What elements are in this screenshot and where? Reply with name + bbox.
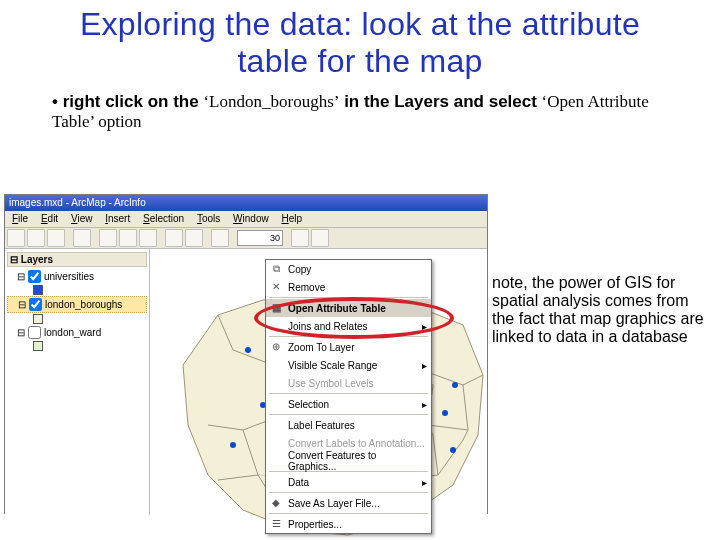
table-icon: ▦ xyxy=(269,301,283,315)
ctx-copy[interactable]: ⧉Copy xyxy=(266,260,431,278)
toc-header: ⊟ Layers xyxy=(7,252,147,267)
polygon-symbol-icon xyxy=(33,341,43,351)
toolbar: 30 xyxy=(5,228,487,249)
menu-file[interactable]: File xyxy=(7,211,33,227)
slide-title: Exploring the data: look at the attribut… xyxy=(50,6,670,80)
tool-cut-icon[interactable] xyxy=(99,229,117,247)
ctx-data[interactable]: Data▸ xyxy=(266,473,431,491)
bullet-text-2: in the Layers and select xyxy=(339,92,541,111)
svg-point-4 xyxy=(452,382,458,388)
scale-input[interactable]: 30 xyxy=(237,230,283,246)
layer-label: london_ward xyxy=(44,327,101,338)
tool-print-icon[interactable] xyxy=(73,229,91,247)
layer-boroughs-checkbox[interactable] xyxy=(29,298,42,311)
properties-icon: ☰ xyxy=(269,517,283,531)
ctx-visible-scale-range[interactable]: Visible Scale Range▸ xyxy=(266,356,431,374)
tool-undo-icon[interactable] xyxy=(165,229,183,247)
polygon-symbol-icon xyxy=(33,314,43,324)
zoom-icon: ⊕ xyxy=(269,340,283,354)
layer-label: universities xyxy=(44,271,94,282)
svg-point-12 xyxy=(230,442,236,448)
layer-universities-symbol xyxy=(7,284,147,296)
menu-tools[interactable]: Tools xyxy=(192,211,225,227)
layer-london-boroughs[interactable]: ⊟ london_boroughs xyxy=(7,296,147,313)
menu-selection[interactable]: Selection xyxy=(138,211,189,227)
ctx-remove[interactable]: ✕Remove xyxy=(266,278,431,296)
submenu-arrow-icon: ▸ xyxy=(422,399,427,410)
submenu-arrow-icon: ▸ xyxy=(422,360,427,371)
instruction-bullet: • right click on the ‘London_boroughs’ i… xyxy=(52,92,668,132)
submenu-arrow-icon: ▸ xyxy=(422,321,427,332)
submenu-arrow-icon: ▸ xyxy=(422,477,427,488)
layer-london-ward[interactable]: ⊟ london_ward xyxy=(7,325,147,340)
annotation-note: note, the power of GIS for spatial analy… xyxy=(492,274,712,346)
ctx-convert-features[interactable]: Convert Features to Graphics... xyxy=(266,452,431,470)
layer-context-menu: ⧉Copy ✕Remove ▦Open Attribute Table Join… xyxy=(265,259,432,534)
menu-window[interactable]: Window xyxy=(228,211,274,227)
ctx-zoom-to-layer[interactable]: ⊕Zoom To Layer xyxy=(266,338,431,356)
bullet-text-1: • right click on the xyxy=(52,92,203,111)
layer-universities-checkbox[interactable] xyxy=(28,270,41,283)
table-of-contents: ⊟ Layers ⊟ universities ⊟ london_borough… xyxy=(5,249,150,515)
tool-open-icon[interactable] xyxy=(27,229,45,247)
tool-editor-icon[interactable] xyxy=(291,229,309,247)
ctx-selection[interactable]: Selection▸ xyxy=(266,395,431,413)
menu-help[interactable]: Help xyxy=(276,211,307,227)
tool-save-icon[interactable] xyxy=(47,229,65,247)
layer-universities[interactable]: ⊟ universities xyxy=(7,269,147,284)
layer-label: london_boroughs xyxy=(45,299,122,310)
menu-view[interactable]: View xyxy=(66,211,98,227)
ctx-use-symbol-levels: Use Symbol Levels xyxy=(266,374,431,392)
save-icon: ◆ xyxy=(269,496,283,510)
svg-point-17 xyxy=(450,447,456,453)
menu-insert[interactable]: Insert xyxy=(100,211,135,227)
map-view[interactable]: ⧉Copy ✕Remove ▦Open Attribute Table Join… xyxy=(150,249,487,515)
arcmap-window: images.mxd - ArcMap - ArcInfo File Edit … xyxy=(4,194,488,514)
tool-add-data-icon[interactable] xyxy=(211,229,229,247)
remove-icon: ✕ xyxy=(269,280,283,294)
copy-icon: ⧉ xyxy=(269,262,283,276)
svg-point-0 xyxy=(245,347,251,353)
menu-bar[interactable]: File Edit View Insert Selection Tools Wi… xyxy=(5,211,487,228)
tool-copy-icon[interactable] xyxy=(119,229,137,247)
layer-boroughs-symbol xyxy=(7,313,147,325)
ctx-joins-relates[interactable]: Joins and Relates▸ xyxy=(266,317,431,335)
tool-redo-icon[interactable] xyxy=(185,229,203,247)
svg-point-11 xyxy=(442,410,448,416)
ctx-properties[interactable]: ☰Properties... xyxy=(266,515,431,533)
layer-ward-symbol xyxy=(7,340,147,352)
window-titlebar: images.mxd - ArcMap - ArcInfo xyxy=(5,195,487,211)
tool-paste-icon[interactable] xyxy=(139,229,157,247)
ctx-label-features[interactable]: Label Features xyxy=(266,416,431,434)
menu-edit[interactable]: Edit xyxy=(36,211,63,227)
ctx-save-as-layer-file[interactable]: ◆Save As Layer File... xyxy=(266,494,431,512)
layer-ward-checkbox[interactable] xyxy=(28,326,41,339)
tool-help-icon[interactable] xyxy=(311,229,329,247)
bullet-layer-name: ‘London_boroughs’ xyxy=(203,92,339,111)
tool-new-icon[interactable] xyxy=(7,229,25,247)
ctx-open-attribute-table[interactable]: ▦Open Attribute Table xyxy=(266,299,431,317)
point-symbol-icon xyxy=(33,285,43,295)
